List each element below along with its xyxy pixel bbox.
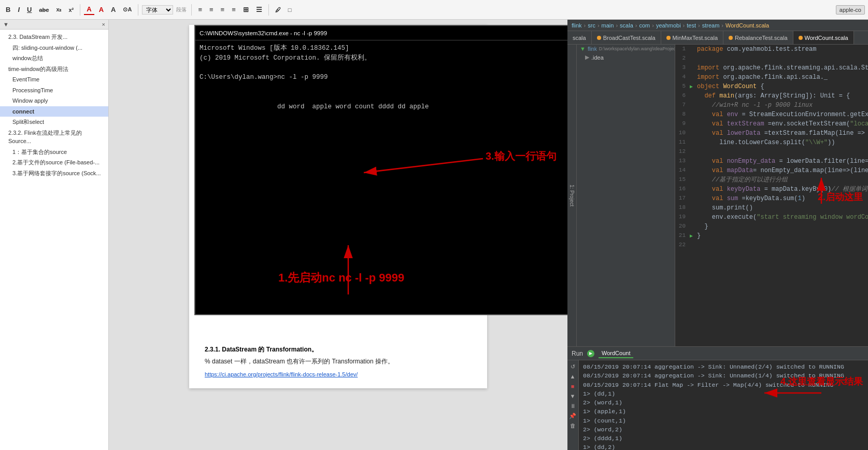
run-stop-button[interactable]: ■: [568, 382, 577, 390]
outline-item-datastream[interactable]: 2.3. DataStream 开发...: [0, 32, 108, 43]
outline-list: 2.3. DataStream 开发... 四: sliding-count-w…: [0, 30, 108, 450]
run-restart-button[interactable]: ↺: [568, 362, 577, 371]
run-output-line-10: 1> (dd,2): [583, 443, 864, 450]
run-clear-button[interactable]: 🗑: [568, 421, 577, 430]
run-output-line-2: 08/15/2019 20:07:14 aggregation -> Sink:…: [583, 371, 864, 380]
outline-item-connect[interactable]: connect: [0, 106, 108, 117]
bold-button[interactable]: B: [3, 5, 13, 15]
line-arrow-3: [690, 63, 697, 73]
run-output-line-4: 1> (dd,1): [583, 389, 864, 398]
line-num-13: 13: [675, 157, 690, 166]
document-area: 2.3. DataStream 开发 C:\WINDOWS\system32\c…: [109, 20, 567, 450]
cmd-body: Microsoft Windows [版本 10.0.18362.145] (c…: [195, 40, 567, 314]
step3-annotation: 3.输入一行语句: [486, 149, 557, 163]
line-arrow-21: ▶: [690, 231, 697, 241]
code-line-21: 21 ▶ }: [675, 231, 868, 241]
line-arrow-4: [690, 73, 697, 82]
circle-a-button[interactable]: ⊙A: [120, 5, 134, 14]
code-line-4: 4 import org.apache.flink.api.scala._: [675, 73, 868, 82]
run-icon[interactable]: ▶: [587, 350, 594, 357]
line-num-1: 1: [675, 45, 690, 54]
breadcrumb-item-test: test: [687, 22, 696, 29]
doc-paragraph: % dataset 一样，dataStream 也有许一系列的 Transfor…: [205, 357, 472, 367]
outline-item-file-source[interactable]: 2.基于文件的source (File-based-...: [0, 157, 108, 168]
outline-item-source[interactable]: 2.3.2. Flink在流处理上常见的Source...: [0, 128, 108, 147]
tab-rebalance-modified: [729, 36, 733, 40]
line-content-12: [697, 147, 701, 157]
highlight-button[interactable]: A: [96, 5, 106, 15]
code-line-14: 14 val mapData= nonEmpty_data.map(line=>…: [675, 166, 868, 175]
underline-button[interactable]: U: [24, 5, 34, 15]
outline-item-eventtime[interactable]: EventTime: [0, 74, 108, 85]
line-content-20: }: [697, 222, 708, 231]
pen-button[interactable]: 🖊: [273, 6, 283, 14]
outline-item-sliding[interactable]: 四: sliding-count-window (...: [0, 43, 108, 53]
outline-item-window-apply[interactable]: Window apply: [0, 95, 108, 106]
italic-button[interactable]: I: [15, 5, 22, 15]
divider3: [191, 4, 192, 16]
align-right-button[interactable]: ≡: [218, 5, 227, 15]
cmd-window[interactable]: C:\WINDOWS\system32\cmd.exe - nc -l -p 9…: [194, 25, 567, 315]
breadcrumb-sep-4: ›: [635, 22, 637, 29]
run-scroll-down-button[interactable]: ▼: [568, 392, 577, 400]
font-color-button[interactable]: A: [84, 4, 94, 15]
tab-wordcount-modified: [799, 36, 803, 40]
main-toolbar: B I U abc x₂ x² A A A ⊙A 字体 段落 ≡ ≡ ≡ ≡ ⊞…: [0, 0, 868, 20]
line-arrow-20: [690, 222, 697, 231]
project-panel-label[interactable]: 1: Project: [567, 45, 577, 346]
line-content-14: val mapData= nonEmpty_data.map(line=>(li…: [697, 166, 868, 175]
code-line-15: 15 //基于指定的可以进行分组: [675, 175, 868, 185]
line-num-21: 21: [675, 231, 690, 241]
box-button[interactable]: □: [286, 6, 294, 14]
divider1: [80, 4, 80, 16]
outline-item-split[interactable]: Split和select: [0, 117, 108, 128]
tab-scala[interactable]: scala: [567, 31, 592, 44]
outline-item-window-summary[interactable]: window总结: [0, 53, 108, 64]
list-button[interactable]: ☰: [253, 5, 265, 15]
sidebar-close[interactable]: ×: [102, 21, 105, 27]
code-line-22: 22: [675, 241, 868, 250]
outline-item-socket-source[interactable]: 3.基于网络套接字的source (Sock...: [0, 168, 108, 179]
outline-item-collection-source[interactable]: 1：基于集合的source: [0, 147, 108, 158]
code-editor[interactable]: 1 package com.yeahmobi.test.stream 2: [675, 45, 868, 346]
line-content-3: import org.apache.flink.streaming.api.sc…: [697, 63, 868, 73]
filetree-idea-arrow: ▶: [585, 54, 589, 61]
line-content-2: [697, 54, 701, 63]
subscript-button[interactable]: x₂: [53, 5, 64, 14]
align-justify-button[interactable]: ≡: [229, 5, 238, 15]
superscript-button[interactable]: x²: [66, 6, 77, 14]
line-content-4: import org.apache.flink.api.scala._: [697, 73, 828, 82]
tab-wordcount[interactable]: WordCount.scala: [793, 31, 854, 44]
font-a-button[interactable]: A: [108, 5, 118, 15]
run-output-line-7: 1> (count,1): [583, 416, 864, 425]
run-pin-button[interactable]: 📌: [568, 412, 577, 420]
doc-body-text: 2.3.1. DataStream 的 Transformation。 % da…: [205, 345, 472, 378]
line-arrow-1: [690, 45, 697, 54]
sidebar-toggle[interactable]: ▼: [3, 21, 9, 27]
breadcrumb-sep-2: ›: [597, 22, 600, 29]
line-num-17: 17: [675, 194, 690, 203]
run-tab-wordcount[interactable]: WordCount: [599, 349, 633, 358]
doc-link[interactable]: https://ci.apache.org/projects/flink/fli…: [205, 371, 358, 377]
align-left-button[interactable]: ≡: [195, 5, 205, 15]
filetree-idea[interactable]: ▶ .idea: [577, 53, 675, 62]
line-num-6: 6: [675, 91, 690, 101]
tab-broadcast[interactable]: BroadCastTest.scala: [592, 31, 661, 44]
filetree-flink[interactable]: ▼ flink D:\workspace\dylan.wang\IdeaProj…: [577, 45, 675, 53]
align-center-button[interactable]: ≡: [207, 5, 216, 15]
table-button[interactable]: ⊞: [240, 5, 251, 15]
outline-item-time-window[interactable]: time-window的高级用法: [0, 64, 108, 75]
line-arrow-17: [690, 194, 697, 203]
tab-rebalance-label: RebalanceTest.scala: [735, 35, 788, 41]
tab-rebalance[interactable]: RebalanceTest.scala: [723, 31, 793, 44]
project-label-text: 1: Project: [569, 185, 575, 206]
run-scroll-up-button[interactable]: ▲: [568, 372, 577, 381]
run-pause-button[interactable]: ⏸: [568, 402, 577, 410]
strikethrough-button[interactable]: abc: [36, 6, 51, 14]
outline-item-processingtime[interactable]: ProcessingTime: [0, 85, 108, 96]
cmd-line-3: [200, 63, 567, 73]
font-family-select[interactable]: 字体: [142, 5, 173, 15]
tab-minmax[interactable]: MinMaxTest.scala: [661, 31, 723, 44]
filetree-idea-label: .idea: [591, 54, 604, 61]
line-arrow-7: [690, 101, 697, 110]
